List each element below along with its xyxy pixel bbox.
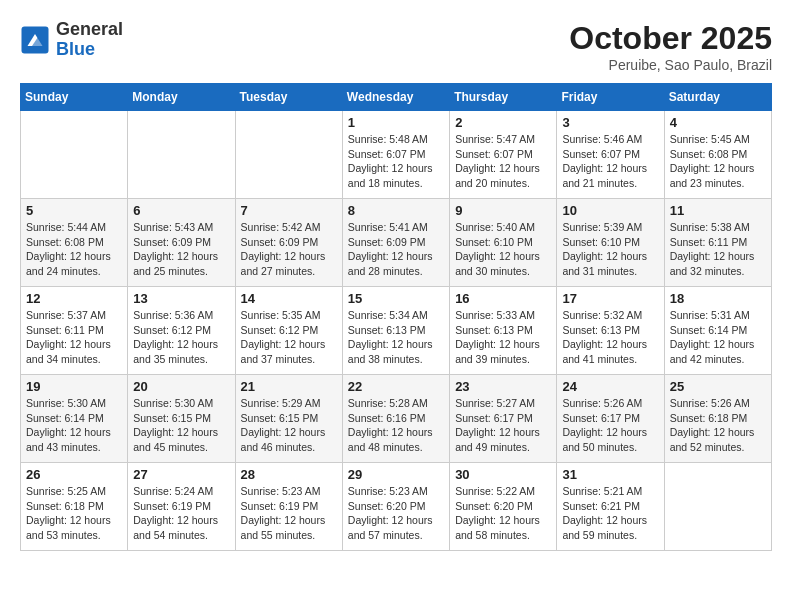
location-subtitle: Peruibe, Sao Paulo, Brazil bbox=[569, 57, 772, 73]
calendar-cell: 20Sunrise: 5:30 AM Sunset: 6:15 PM Dayli… bbox=[128, 375, 235, 463]
day-info: Sunrise: 5:48 AM Sunset: 6:07 PM Dayligh… bbox=[348, 132, 444, 191]
day-info: Sunrise: 5:25 AM Sunset: 6:18 PM Dayligh… bbox=[26, 484, 122, 543]
day-number: 26 bbox=[26, 467, 122, 482]
calendar-cell: 23Sunrise: 5:27 AM Sunset: 6:17 PM Dayli… bbox=[450, 375, 557, 463]
day-info: Sunrise: 5:32 AM Sunset: 6:13 PM Dayligh… bbox=[562, 308, 658, 367]
day-info: Sunrise: 5:35 AM Sunset: 6:12 PM Dayligh… bbox=[241, 308, 337, 367]
day-info: Sunrise: 5:29 AM Sunset: 6:15 PM Dayligh… bbox=[241, 396, 337, 455]
calendar-week-row: 1Sunrise: 5:48 AM Sunset: 6:07 PM Daylig… bbox=[21, 111, 772, 199]
day-number: 28 bbox=[241, 467, 337, 482]
day-info: Sunrise: 5:36 AM Sunset: 6:12 PM Dayligh… bbox=[133, 308, 229, 367]
weekday-header-monday: Monday bbox=[128, 84, 235, 111]
day-number: 29 bbox=[348, 467, 444, 482]
calendar-cell bbox=[21, 111, 128, 199]
calendar-week-row: 12Sunrise: 5:37 AM Sunset: 6:11 PM Dayli… bbox=[21, 287, 772, 375]
day-number: 17 bbox=[562, 291, 658, 306]
logo: General Blue bbox=[20, 20, 123, 60]
calendar-cell: 27Sunrise: 5:24 AM Sunset: 6:19 PM Dayli… bbox=[128, 463, 235, 551]
calendar-cell: 17Sunrise: 5:32 AM Sunset: 6:13 PM Dayli… bbox=[557, 287, 664, 375]
calendar-week-row: 26Sunrise: 5:25 AM Sunset: 6:18 PM Dayli… bbox=[21, 463, 772, 551]
day-info: Sunrise: 5:45 AM Sunset: 6:08 PM Dayligh… bbox=[670, 132, 766, 191]
day-info: Sunrise: 5:30 AM Sunset: 6:14 PM Dayligh… bbox=[26, 396, 122, 455]
logo-icon bbox=[20, 25, 50, 55]
calendar-cell: 22Sunrise: 5:28 AM Sunset: 6:16 PM Dayli… bbox=[342, 375, 449, 463]
day-info: Sunrise: 5:34 AM Sunset: 6:13 PM Dayligh… bbox=[348, 308, 444, 367]
day-number: 25 bbox=[670, 379, 766, 394]
day-info: Sunrise: 5:30 AM Sunset: 6:15 PM Dayligh… bbox=[133, 396, 229, 455]
title-area: October 2025 Peruibe, Sao Paulo, Brazil bbox=[569, 20, 772, 73]
day-number: 3 bbox=[562, 115, 658, 130]
calendar-cell: 29Sunrise: 5:23 AM Sunset: 6:20 PM Dayli… bbox=[342, 463, 449, 551]
calendar-cell: 10Sunrise: 5:39 AM Sunset: 6:10 PM Dayli… bbox=[557, 199, 664, 287]
day-number: 2 bbox=[455, 115, 551, 130]
calendar-cell: 21Sunrise: 5:29 AM Sunset: 6:15 PM Dayli… bbox=[235, 375, 342, 463]
calendar-cell bbox=[128, 111, 235, 199]
calendar-cell: 2Sunrise: 5:47 AM Sunset: 6:07 PM Daylig… bbox=[450, 111, 557, 199]
calendar-cell: 30Sunrise: 5:22 AM Sunset: 6:20 PM Dayli… bbox=[450, 463, 557, 551]
day-info: Sunrise: 5:31 AM Sunset: 6:14 PM Dayligh… bbox=[670, 308, 766, 367]
logo-blue: Blue bbox=[56, 40, 123, 60]
day-info: Sunrise: 5:46 AM Sunset: 6:07 PM Dayligh… bbox=[562, 132, 658, 191]
logo-general: General bbox=[56, 20, 123, 40]
calendar-cell: 8Sunrise: 5:41 AM Sunset: 6:09 PM Daylig… bbox=[342, 199, 449, 287]
day-number: 27 bbox=[133, 467, 229, 482]
weekday-header-tuesday: Tuesday bbox=[235, 84, 342, 111]
day-number: 1 bbox=[348, 115, 444, 130]
day-info: Sunrise: 5:23 AM Sunset: 6:20 PM Dayligh… bbox=[348, 484, 444, 543]
day-number: 18 bbox=[670, 291, 766, 306]
day-number: 6 bbox=[133, 203, 229, 218]
page-header: General Blue October 2025 Peruibe, Sao P… bbox=[20, 20, 772, 73]
day-info: Sunrise: 5:26 AM Sunset: 6:18 PM Dayligh… bbox=[670, 396, 766, 455]
weekday-header-saturday: Saturday bbox=[664, 84, 771, 111]
day-number: 11 bbox=[670, 203, 766, 218]
weekday-header-sunday: Sunday bbox=[21, 84, 128, 111]
calendar-cell: 3Sunrise: 5:46 AM Sunset: 6:07 PM Daylig… bbox=[557, 111, 664, 199]
calendar-cell: 19Sunrise: 5:30 AM Sunset: 6:14 PM Dayli… bbox=[21, 375, 128, 463]
day-number: 9 bbox=[455, 203, 551, 218]
day-info: Sunrise: 5:39 AM Sunset: 6:10 PM Dayligh… bbox=[562, 220, 658, 279]
day-info: Sunrise: 5:47 AM Sunset: 6:07 PM Dayligh… bbox=[455, 132, 551, 191]
day-number: 15 bbox=[348, 291, 444, 306]
day-number: 14 bbox=[241, 291, 337, 306]
day-info: Sunrise: 5:40 AM Sunset: 6:10 PM Dayligh… bbox=[455, 220, 551, 279]
calendar-table: SundayMondayTuesdayWednesdayThursdayFrid… bbox=[20, 83, 772, 551]
calendar-cell: 25Sunrise: 5:26 AM Sunset: 6:18 PM Dayli… bbox=[664, 375, 771, 463]
weekday-header-thursday: Thursday bbox=[450, 84, 557, 111]
calendar-cell: 9Sunrise: 5:40 AM Sunset: 6:10 PM Daylig… bbox=[450, 199, 557, 287]
day-number: 12 bbox=[26, 291, 122, 306]
day-number: 10 bbox=[562, 203, 658, 218]
calendar-cell: 18Sunrise: 5:31 AM Sunset: 6:14 PM Dayli… bbox=[664, 287, 771, 375]
day-number: 20 bbox=[133, 379, 229, 394]
weekday-header-row: SundayMondayTuesdayWednesdayThursdayFrid… bbox=[21, 84, 772, 111]
day-info: Sunrise: 5:42 AM Sunset: 6:09 PM Dayligh… bbox=[241, 220, 337, 279]
day-number: 24 bbox=[562, 379, 658, 394]
day-info: Sunrise: 5:41 AM Sunset: 6:09 PM Dayligh… bbox=[348, 220, 444, 279]
weekday-header-friday: Friday bbox=[557, 84, 664, 111]
day-info: Sunrise: 5:22 AM Sunset: 6:20 PM Dayligh… bbox=[455, 484, 551, 543]
day-number: 30 bbox=[455, 467, 551, 482]
day-info: Sunrise: 5:44 AM Sunset: 6:08 PM Dayligh… bbox=[26, 220, 122, 279]
calendar-week-row: 5Sunrise: 5:44 AM Sunset: 6:08 PM Daylig… bbox=[21, 199, 772, 287]
calendar-cell: 13Sunrise: 5:36 AM Sunset: 6:12 PM Dayli… bbox=[128, 287, 235, 375]
day-number: 5 bbox=[26, 203, 122, 218]
calendar-cell: 4Sunrise: 5:45 AM Sunset: 6:08 PM Daylig… bbox=[664, 111, 771, 199]
day-info: Sunrise: 5:37 AM Sunset: 6:11 PM Dayligh… bbox=[26, 308, 122, 367]
calendar-cell: 14Sunrise: 5:35 AM Sunset: 6:12 PM Dayli… bbox=[235, 287, 342, 375]
calendar-cell: 5Sunrise: 5:44 AM Sunset: 6:08 PM Daylig… bbox=[21, 199, 128, 287]
weekday-header-wednesday: Wednesday bbox=[342, 84, 449, 111]
calendar-cell: 11Sunrise: 5:38 AM Sunset: 6:11 PM Dayli… bbox=[664, 199, 771, 287]
day-info: Sunrise: 5:21 AM Sunset: 6:21 PM Dayligh… bbox=[562, 484, 658, 543]
calendar-week-row: 19Sunrise: 5:30 AM Sunset: 6:14 PM Dayli… bbox=[21, 375, 772, 463]
day-number: 7 bbox=[241, 203, 337, 218]
calendar-cell: 1Sunrise: 5:48 AM Sunset: 6:07 PM Daylig… bbox=[342, 111, 449, 199]
month-title: October 2025 bbox=[569, 20, 772, 57]
calendar-body: 1Sunrise: 5:48 AM Sunset: 6:07 PM Daylig… bbox=[21, 111, 772, 551]
day-number: 13 bbox=[133, 291, 229, 306]
day-info: Sunrise: 5:23 AM Sunset: 6:19 PM Dayligh… bbox=[241, 484, 337, 543]
logo-text: General Blue bbox=[56, 20, 123, 60]
calendar-cell: 26Sunrise: 5:25 AM Sunset: 6:18 PM Dayli… bbox=[21, 463, 128, 551]
calendar-cell bbox=[235, 111, 342, 199]
calendar-header: SundayMondayTuesdayWednesdayThursdayFrid… bbox=[21, 84, 772, 111]
day-info: Sunrise: 5:27 AM Sunset: 6:17 PM Dayligh… bbox=[455, 396, 551, 455]
calendar-cell: 31Sunrise: 5:21 AM Sunset: 6:21 PM Dayli… bbox=[557, 463, 664, 551]
